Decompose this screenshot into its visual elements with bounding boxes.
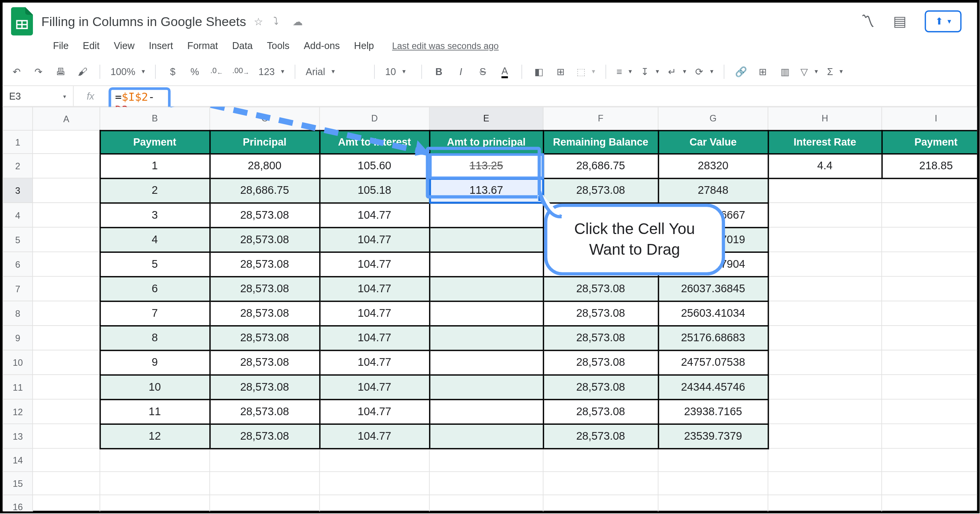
zoom-dropdown[interactable]: 100% [111, 66, 145, 77]
paint-format-icon[interactable]: 🖌 [76, 64, 89, 79]
cell[interactable] [768, 178, 882, 203]
cell[interactable]: 28,573.08 [543, 277, 658, 301]
cell[interactable] [768, 203, 882, 227]
cell[interactable] [430, 203, 543, 227]
more-formats-dropdown[interactable]: 123 [258, 66, 284, 77]
cell[interactable] [33, 399, 100, 424]
borders-icon[interactable]: ⊞ [554, 64, 567, 79]
cell[interactable]: 23539.7379 [658, 424, 768, 448]
cell[interactable]: 104.77 [320, 301, 430, 326]
text-color-icon[interactable]: A [498, 64, 511, 79]
cell[interactable] [430, 252, 543, 276]
cell[interactable] [430, 495, 543, 511]
cell[interactable] [33, 350, 100, 375]
row-header[interactable]: 10 [3, 350, 33, 375]
cell[interactable] [33, 227, 100, 252]
cell[interactable] [210, 495, 320, 511]
cell[interactable] [768, 495, 882, 511]
cell[interactable]: 28,800 [210, 154, 320, 178]
cell[interactable] [882, 326, 977, 350]
col-header-A[interactable]: A [33, 107, 100, 130]
cell[interactable]: 7 [100, 301, 210, 326]
cell[interactable] [882, 399, 977, 424]
cell[interactable] [882, 471, 977, 495]
cell[interactable]: 2 [100, 178, 210, 203]
header-cell[interactable]: Interest Rate [768, 130, 882, 154]
fill-color-icon[interactable]: ◧ [532, 64, 546, 79]
cell[interactable]: 28,573.08 [210, 227, 320, 252]
cell[interactable]: 27848 [658, 178, 768, 203]
currency-button[interactable]: $ [166, 64, 179, 79]
functions-dropdown[interactable]: Σ [827, 66, 843, 77]
name-box[interactable]: E3 [3, 86, 74, 106]
col-header-F[interactable]: F [543, 107, 658, 130]
cell[interactable]: 9 [100, 350, 210, 375]
menu-data[interactable]: Data [226, 38, 259, 54]
font-dropdown[interactable]: Arial [306, 66, 364, 77]
print-icon[interactable]: 🖶 [54, 64, 67, 79]
cell[interactable] [768, 471, 882, 495]
cell[interactable] [33, 375, 100, 399]
cell[interactable] [768, 252, 882, 276]
header-cell[interactable]: Amt to principal [430, 130, 543, 154]
cell[interactable] [33, 326, 100, 350]
doc-title[interactable]: Filling in Columns in Google Sheets [41, 14, 246, 29]
rotate-dropdown[interactable]: ⟳ [695, 65, 713, 77]
header-cell[interactable]: Payment [100, 130, 210, 154]
cell[interactable] [33, 424, 100, 448]
cell[interactable] [768, 227, 882, 252]
cell[interactable]: 104.77 [320, 350, 430, 375]
cell[interactable]: 5 [100, 252, 210, 276]
menu-help[interactable]: Help [348, 38, 381, 54]
menu-edit[interactable]: Edit [76, 38, 106, 54]
row-header[interactable]: 8 [3, 301, 33, 326]
activity-icon[interactable]: 〽 [861, 13, 875, 30]
cell[interactable] [100, 471, 210, 495]
cell[interactable]: 4.4 [768, 154, 882, 178]
row-header[interactable]: 14 [3, 449, 33, 472]
cell[interactable]: 28,573.08 [210, 203, 320, 227]
cell[interactable] [882, 495, 977, 511]
chart-icon[interactable]: ▥ [779, 64, 792, 79]
cell[interactable] [33, 130, 100, 154]
cell[interactable]: 10 [100, 375, 210, 399]
decrease-decimal-button[interactable]: .0← [210, 64, 223, 79]
bold-icon[interactable]: B [432, 64, 445, 79]
menu-view[interactable]: View [107, 38, 141, 54]
header-cell[interactable]: Remaining Balance [543, 130, 658, 154]
cell[interactable] [430, 350, 543, 375]
cell[interactable] [658, 449, 768, 472]
cell[interactable]: 28,573.08 [210, 375, 320, 399]
cell[interactable]: 6 [100, 277, 210, 301]
cell[interactable] [882, 277, 977, 301]
cell[interactable]: 104.77 [320, 203, 430, 227]
cell[interactable]: 28,573.08 [210, 350, 320, 375]
cell[interactable] [882, 227, 977, 252]
cell[interactable]: 24757.07538 [658, 350, 768, 375]
formula-bar[interactable]: =$I$2-D3 =SISA-XX [107, 90, 170, 103]
cell[interactable]: 105.18 [320, 178, 430, 203]
cell[interactable] [100, 449, 210, 472]
col-header-G[interactable]: G [658, 107, 768, 130]
cell[interactable] [768, 399, 882, 424]
header-cell[interactable]: Payment [882, 130, 977, 154]
cell[interactable] [882, 449, 977, 472]
cell[interactable]: 104.77 [320, 375, 430, 399]
col-header-E[interactable]: E [430, 107, 543, 130]
cell[interactable] [33, 449, 100, 472]
cell[interactable]: 28,573.08 [543, 301, 658, 326]
cell[interactable]: 3 [100, 203, 210, 227]
italic-icon[interactable]: I [454, 64, 467, 79]
row-header[interactable]: 6 [3, 252, 33, 276]
cell[interactable]: 25176.68683 [658, 326, 768, 350]
cell[interactable]: 104.77 [320, 252, 430, 276]
cell[interactable]: 28,573.08 [210, 252, 320, 276]
cell[interactable] [768, 326, 882, 350]
row-header[interactable]: 12 [3, 399, 33, 424]
cell[interactable] [543, 471, 658, 495]
cell[interactable]: 218.85 [882, 154, 977, 178]
star-icon[interactable]: ☆ [254, 16, 265, 27]
link-icon[interactable]: 🔗 [735, 64, 748, 79]
cell[interactable]: 26037.36845 [658, 277, 768, 301]
row-header[interactable]: 15 [3, 471, 33, 495]
